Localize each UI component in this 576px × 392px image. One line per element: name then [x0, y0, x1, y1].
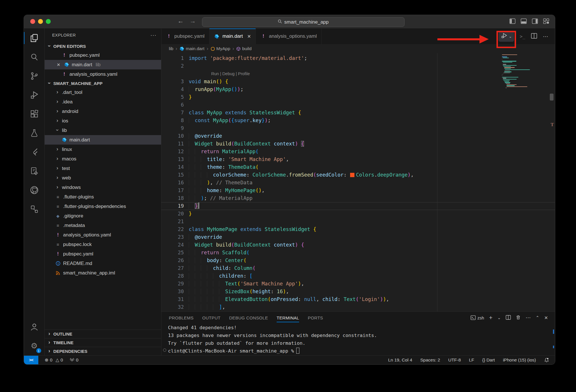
sidebar-section-dependencies[interactable]: ›DEPENDENCIES: [45, 347, 161, 355]
status-item[interactable]: Ln 19, Col 4: [388, 357, 412, 363]
terminal-instance[interactable]: zsh: [471, 315, 484, 320]
tree-file-pubspec.lock[interactable]: ≡pubspec.lock: [45, 240, 161, 249]
problems-status[interactable]: ⊗ 0 △ 0: [45, 357, 63, 363]
navigate-back-button[interactable]: ←: [176, 17, 185, 25]
status-item[interactable]: {} Dart: [482, 357, 495, 363]
tree-folder-android[interactable]: ›android: [45, 107, 161, 116]
tree-file-.metadata[interactable]: ≡.metadata: [45, 221, 161, 230]
panel-tab-problems[interactable]: PROBLEMS: [169, 312, 194, 324]
code-line[interactable]: 8 const MyApp({super.key});: [161, 117, 555, 124]
command-center-search[interactable]: smart_machine_app: [202, 17, 405, 27]
tree-file-smart_machine_app.iml[interactable]: smart_machine_app.iml: [45, 268, 161, 278]
code-line[interactable]: 10 @override: [161, 132, 555, 140]
activity-bar-testing[interactable]: [24, 124, 45, 143]
code-editor[interactable]: 1import 'package:flutter/material.dart';…: [161, 53, 555, 311]
tree-file-analysis_options.yaml[interactable]: !analysis_options.yaml: [45, 230, 161, 240]
activity-bar-dart-devtools[interactable]: [24, 162, 45, 181]
close-window-button[interactable]: [30, 19, 35, 24]
code-line[interactable]: 17 home: MyHomePage(),: [161, 187, 555, 194]
tree-folder-.idea[interactable]: ›.idea: [45, 97, 161, 107]
panel-tab-terminal[interactable]: TERMINAL: [277, 312, 299, 324]
activity-bar-github[interactable]: [24, 181, 45, 200]
close-icon[interactable]: ✕: [56, 62, 61, 67]
panel-tab-debug-console[interactable]: DEBUG CONSOLE: [229, 312, 268, 324]
status-item[interactable]: UTF-8: [448, 357, 461, 363]
navigate-forward-button[interactable]: →: [188, 17, 197, 25]
code-line[interactable]: 20}: [161, 210, 555, 218]
activity-bar-run-debug[interactable]: [24, 86, 45, 105]
panel-tab-ports[interactable]: PORTS: [308, 312, 323, 324]
tree-file-.flutter-plugins-dependencies[interactable]: ≡.flutter-plugins-dependencies: [45, 202, 161, 211]
tree-folder-web[interactable]: ›web: [45, 173, 161, 183]
code-line[interactable]: 22class MyHomePage extends StatelessWidg…: [161, 226, 555, 233]
remote-indicator[interactable]: ><: [24, 356, 38, 364]
code-line[interactable]: 12 return MaterialApp(: [161, 148, 555, 156]
code-line[interactable]: 24 Widget build(BuildContext context) {: [161, 241, 555, 249]
code-line[interactable]: 27 child: Column(: [161, 264, 555, 272]
customize-layout-icon[interactable]: [543, 18, 549, 24]
overview-ruler-slider[interactable]: [550, 94, 554, 101]
activity-bar-source-control[interactable]: [24, 67, 45, 86]
status-item[interactable]: iPhone (15) (ios): [503, 357, 536, 363]
code-line[interactable]: 19 }: [161, 202, 555, 210]
toggle-sidebar-icon[interactable]: [509, 18, 515, 24]
terminal-output[interactable]: Changed 41 dependencies!13 packages have…: [161, 324, 555, 355]
zoom-window-button[interactable]: [46, 19, 51, 24]
code-line[interactable]: 6: [161, 101, 555, 109]
code-line[interactable]: 21: [161, 218, 555, 226]
tab-analysis_options.yaml[interactable]: !analysis_options.yaml: [256, 29, 322, 44]
run-terminal-icon[interactable]: >_: [520, 34, 525, 39]
code-lens[interactable]: Run | Debug | Profile: [161, 70, 555, 78]
code-line[interactable]: 29 Text('Smart Machine App'),: [161, 280, 555, 288]
open-editor-item[interactable]: !analysis_options.yaml: [45, 69, 161, 79]
code-line[interactable]: 30 SizedBox(height: 16),: [161, 288, 555, 296]
close-icon[interactable]: ✕: [247, 34, 251, 39]
sidebar-section-outline[interactable]: ›OUTLINE: [45, 329, 161, 338]
tree-folder-macos[interactable]: ›macos: [45, 154, 161, 164]
maximize-panel-icon[interactable]: ⌃: [536, 315, 539, 320]
activity-bar-search[interactable]: [24, 48, 45, 67]
open-editors-section[interactable]: › OPEN EDITORS: [45, 42, 161, 50]
minimize-window-button[interactable]: [38, 19, 43, 24]
split-editor-icon[interactable]: [531, 33, 537, 40]
tree-file-.gitignore[interactable]: ◆.gitignore: [45, 211, 161, 221]
terminal-prompt[interactable]: clint@Clints-MacBook-Air smart_machine_a…: [168, 347, 555, 355]
more-actions-icon[interactable]: ⋯: [543, 33, 549, 40]
status-item[interactable]: LF: [469, 357, 474, 363]
tree-file-.flutter-plugins[interactable]: ≡.flutter-plugins: [45, 192, 161, 202]
code-line[interactable]: 9: [161, 124, 555, 132]
code-line[interactable]: 25 return Scaffold(: [161, 249, 555, 257]
kill-terminal-icon[interactable]: [516, 315, 521, 321]
tree-folder-lib[interactable]: ›lib: [45, 126, 161, 135]
breadcrumb-item[interactable]: main.dart: [180, 46, 205, 51]
split-terminal-icon[interactable]: [506, 315, 511, 321]
activity-bar-flutter[interactable]: [24, 143, 45, 162]
code-line[interactable]: 14 theme: ThemeData(: [161, 163, 555, 171]
chevron-down-icon[interactable]: ⌄: [497, 315, 501, 320]
activity-bar-account[interactable]: [24, 317, 45, 336]
activity-bar-settings[interactable]: ⚙1: [24, 336, 45, 355]
activity-bar-references[interactable]: [24, 200, 45, 219]
open-editor-item[interactable]: ✕main.dartlib: [45, 60, 161, 69]
code-line[interactable]: 7class MyApp extends StatelessWidget {: [161, 109, 555, 117]
tab-pubspec.yaml[interactable]: !pubspec.yaml: [161, 29, 209, 44]
code-line[interactable]: 11 Widget build(BuildContext context) {: [161, 140, 555, 148]
code-line[interactable]: 32 ],: [161, 303, 555, 311]
breadcrumb-item[interactable]: build: [236, 46, 252, 51]
code-line[interactable]: 16 ), // ThemeData: [161, 179, 555, 187]
tree-folder-.dart_tool[interactable]: ›.dart_tool: [45, 88, 161, 97]
toggle-panel-icon[interactable]: [521, 18, 527, 24]
panel-tab-output[interactable]: OUTPUT: [202, 312, 220, 324]
notifications-bell-icon[interactable]: [544, 357, 549, 363]
tree-folder-test[interactable]: ›test: [45, 164, 161, 173]
breadcrumb-item[interactable]: lib: [169, 46, 173, 51]
color-swatch[interactable]: [350, 173, 354, 177]
sidebar-section-timeline[interactable]: ›TIMELINE: [45, 338, 161, 347]
activity-bar-explorer[interactable]: [24, 29, 45, 48]
tree-folder-linux[interactable]: ›linux: [45, 145, 161, 154]
code-line[interactable]: 1import 'package:flutter/material.dart';: [161, 54, 555, 62]
code-line[interactable]: 31 ElevatedButton(onPressed: null, child…: [161, 296, 555, 303]
tree-folder-ios[interactable]: ›ios: [45, 116, 161, 126]
feedback-status[interactable]: 0: [69, 357, 79, 363]
activity-bar-extensions[interactable]: [24, 105, 45, 124]
